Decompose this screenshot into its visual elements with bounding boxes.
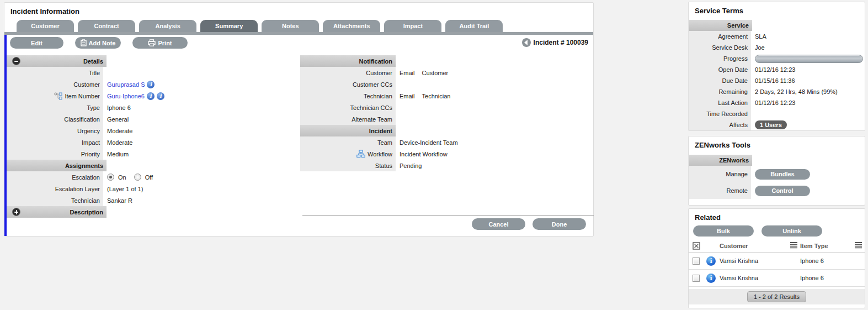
back-icon[interactable] — [522, 38, 531, 47]
progress-bar — [755, 55, 863, 63]
collapse-icon[interactable] — [12, 57, 20, 65]
print-button[interactable]: Print — [132, 37, 188, 49]
done-button[interactable]: Done — [532, 218, 586, 230]
row-checkbox[interactable] — [693, 258, 700, 265]
clipboard-icon — [81, 39, 87, 46]
field-escalation-layer: Escalation Layer(Layer 1 of 1) — [7, 183, 299, 195]
zenworks-tools-title: ZENworks Tools — [689, 136, 865, 153]
hierarchy-icon[interactable] — [54, 92, 62, 100]
add-note-button[interactable]: Add Note — [75, 37, 121, 49]
related-table: Customer Item Type Vamsi Krishna Iphone … — [689, 240, 865, 287]
select-all-icon[interactable] — [693, 242, 700, 250]
field-due-date: Due Date01/15/16 11:36 — [689, 75, 865, 86]
sort-icon[interactable] — [855, 242, 862, 249]
incident-info-icon[interactable] — [706, 274, 716, 283]
affects-badge[interactable]: 1 Users — [755, 120, 787, 129]
field-status: StatusPending — [300, 160, 593, 171]
tab-bar: Customer Contract Analysis Summary Notes… — [17, 20, 505, 32]
field-service-desk: Service DeskJoe — [689, 42, 865, 53]
notification-section: Notification Customer EmailCustomer Cust… — [300, 55, 593, 171]
tab-notes[interactable]: Notes — [262, 20, 319, 32]
field-urgency: UrgencyModerate — [7, 125, 299, 136]
field-last-action: Last Action01/12/16 12:23 — [689, 97, 865, 108]
toolbar: Edit Add Note Print — [10, 37, 188, 49]
tab-analysis[interactable]: Analysis — [139, 20, 196, 32]
cancel-button[interactable]: Cancel — [472, 218, 525, 230]
zenworks-tools-panel: ZENworks Tools ZENworks Manage Bundles R… — [688, 136, 865, 206]
column-customer[interactable]: Customer — [718, 243, 790, 249]
assignments-header: Assignments — [7, 160, 106, 171]
escalation-on-radio[interactable] — [107, 174, 114, 181]
field-escalation: Escalation On Off — [7, 171, 299, 183]
page-title: Incident Information — [4, 3, 593, 19]
field-priority: PriorityMedium — [7, 148, 299, 160]
footer-divider — [302, 215, 594, 216]
bulk-button[interactable]: Bulk — [693, 225, 754, 237]
table-row: Vamsi Krishna Iphone 6 — [689, 253, 865, 270]
service-terms-title: Service Terms — [689, 2, 865, 18]
details-header: Details — [7, 55, 106, 67]
tab-audit-trail[interactable]: Audit Trail — [445, 20, 503, 32]
incident-information-panel: Incident Information Customer Contract A… — [4, 2, 594, 237]
field-technician-ccs: Technician CCs — [300, 102, 593, 113]
escalation-off-radio[interactable] — [134, 174, 141, 181]
item-info-icon[interactable] — [147, 92, 155, 100]
field-item-number: Item Number Guru-Iphone6 — [7, 90, 299, 102]
field-title: Title — [7, 67, 299, 78]
table-row: Vamsi Krishna Iphone 6 — [689, 270, 865, 287]
field-impact: ImpactModerate — [7, 136, 299, 148]
tab-customer[interactable]: Customer — [17, 20, 74, 32]
incident-header: Incident — [300, 125, 396, 136]
field-type: TypeIphone 6 — [7, 102, 299, 113]
item-info-icon-2[interactable] — [157, 92, 164, 100]
related-title: Related — [689, 209, 865, 225]
related-table-header: Customer Item Type — [689, 240, 865, 253]
field-notify-technician: Technician EmailTechnician — [300, 90, 593, 102]
details-section: Details Title Customer Guruprasad S Item… — [7, 55, 299, 218]
field-notify-customer: Customer EmailCustomer — [300, 67, 593, 78]
printer-icon — [148, 39, 156, 46]
notification-header: Notification — [300, 55, 396, 67]
pagination-bar: 1 - 2 of 2 Results — [689, 289, 865, 304]
field-time-recorded: Time Recorded — [689, 108, 865, 119]
field-workflow: Workflow Incident Workflow — [300, 148, 593, 160]
column-item-type[interactable]: Item Type — [800, 243, 855, 249]
edit-button[interactable]: Edit — [10, 37, 63, 49]
tab-summary[interactable]: Summary — [200, 20, 258, 32]
field-remote: Remote Control — [689, 182, 865, 199]
field-customer-ccs: Customer CCs — [300, 78, 593, 90]
tab-contract[interactable]: Contract — [78, 20, 135, 32]
pagination-pill[interactable]: 1 - 2 of 2 Results — [747, 291, 806, 302]
field-team: TeamDevice-Incident Team — [300, 136, 593, 148]
unlink-button[interactable]: Unlink — [762, 225, 822, 237]
sort-icon[interactable] — [790, 242, 797, 249]
description-header: Description — [7, 206, 106, 218]
service-terms-panel: Service Terms Service AgreementSLA Servi… — [688, 2, 865, 131]
service-header: Service — [689, 20, 752, 31]
customer-link[interactable]: Guruprasad S — [107, 81, 145, 88]
field-alternate-team: Alternate Team — [300, 113, 593, 125]
field-customer: Customer Guruprasad S — [7, 78, 299, 90]
tab-underline-bar — [4, 32, 593, 35]
control-button[interactable]: Control — [755, 186, 810, 196]
field-affects: Affects 1 Users — [689, 119, 865, 130]
tab-impact[interactable]: Impact — [384, 20, 441, 32]
bundles-button[interactable]: Bundles — [755, 169, 810, 180]
field-remaining: Remaining2 Days, 22 Hrs, 48 Mins (99%) — [689, 86, 865, 97]
workflow-icon[interactable] — [356, 150, 365, 158]
item-number-link[interactable]: Guru-Iphone6 — [107, 93, 145, 99]
incident-number: Incident # 100039 — [522, 38, 588, 47]
field-classification: ClassificationGeneral — [7, 113, 299, 125]
row-checkbox[interactable] — [693, 275, 700, 282]
tab-attachments[interactable]: Attachments — [323, 20, 380, 32]
field-open-date: Open Date01/12/16 12:23 — [689, 64, 865, 75]
field-manage: Manage Bundles — [689, 166, 865, 182]
customer-info-icon[interactable] — [147, 81, 155, 88]
related-panel: Related Bulk Unlink Customer Item Type V… — [688, 208, 865, 308]
field-agreement: AgreementSLA — [689, 31, 865, 42]
field-technician: TechnicianSankar R — [7, 195, 299, 206]
zenworks-header: ZENworks — [689, 155, 752, 166]
expand-icon[interactable] — [12, 208, 20, 216]
field-progress: Progress — [689, 53, 865, 64]
incident-info-icon[interactable] — [706, 256, 716, 266]
